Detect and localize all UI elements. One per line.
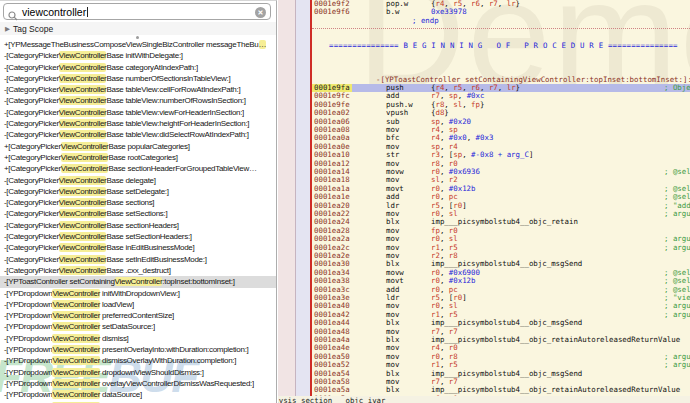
asm-instruction[interactable]: 0001ea08movr4, sp: [312, 126, 690, 134]
symbol-list-item[interactable]: +[CategoryPickerViewControllerBase rootC…: [0, 152, 276, 163]
asm-instruction[interactable]: 0001ea5ablximp___picsymbolstub4__objc_re…: [312, 386, 690, 394]
asm-cmt: ; argu: [664, 244, 690, 252]
status-bar-text: ▸ analysis section __objc_ivar: [278, 396, 386, 403]
symbol-list-item[interactable]: +[CategoryPickerViewControllerBase popul…: [0, 141, 276, 152]
symbol-text: preferredContentSize]: [100, 311, 174, 320]
symbol-list-item[interactable]: -[CategoryPickerViewControllerBase initW…: [0, 50, 276, 61]
symbol-text: Base tableView:heightForHeaderInSection:…: [106, 119, 249, 128]
asm-instruction[interactable]: 0001ea12movr8, r0: [312, 160, 690, 168]
symbol-list-item[interactable]: -[CategoryPickerViewControllerBase secti…: [0, 197, 276, 208]
symbol-text: +[CategoryPicker: [4, 164, 61, 173]
asm-instruction[interactable]: 0001e9f2pop.w{r4, r5, r6, r7, lr}: [312, 0, 690, 8]
symbol-text: -[CategoryPicker: [4, 96, 59, 105]
symbol-list-item[interactable]: -[CategoryPickerViewControllerBase table…: [0, 107, 276, 118]
symbol-text: -[YPDropdown: [4, 379, 52, 388]
symbol-list-item[interactable]: -[CategoryPickerViewControllerBase setSe…: [0, 231, 276, 242]
asm-instruction[interactable]: 0001ea2cmovr1, r5; argu: [312, 244, 690, 252]
symbol-list-item[interactable]: -[CategoryPickerViewControllerBase table…: [0, 118, 276, 129]
symbol-list-item[interactable]: -[YPDropdownViewController preferredCont…: [0, 310, 276, 321]
section-separator: [312, 28, 690, 29]
asm-instruction[interactable]: 0001e9f6b.w0xe33978: [312, 8, 690, 16]
symbol-list-item[interactable]: +[YPMessageTheBusinessComposeViewSingleB…: [0, 39, 276, 50]
asm-instruction[interactable]: 0001ea3caddr0, pc; @sel: [312, 286, 690, 294]
search-match-highlight: ViewController: [52, 379, 100, 388]
asm-cmt: ; argu: [664, 311, 690, 319]
search-match-highlight: ViewController: [59, 232, 107, 241]
symbol-list-item[interactable]: -[CategoryPickerViewControllerBase table…: [0, 129, 276, 140]
asm-instruction[interactable]: 0001ea0abfcr4, #0x0, #0x3: [312, 134, 690, 142]
symbol-list-item-selected[interactable]: -[YPToastController setContainingViewCon…: [0, 276, 276, 287]
symbol-list-item[interactable]: -[YPDropdownViewController setDataSource…: [0, 321, 276, 332]
search-input-value[interactable]: viewcontroller: [22, 6, 88, 18]
symbol-list-item[interactable]: -[CategoryPickerViewControllerBase deleg…: [0, 175, 276, 186]
register-operand: fp: [471, 100, 480, 109]
operand-punctuation: ,: [462, 150, 471, 159]
asm-instruction[interactable]: 0001ea10strr3, [sp, #-0x8 + arg_C]: [312, 151, 690, 159]
asm-instruction[interactable]: 0001ea24blximp___picsymbolstub4__objc_re…: [312, 218, 690, 226]
asm-instruction[interactable]: 0001ea06subsp, #0x20: [312, 118, 690, 126]
symbol-text: -[CategoryPicker: [4, 63, 59, 72]
asm-instruction[interactable]: 0001ea2amovr0, sl; argu: [312, 235, 690, 243]
asm-instruction[interactable]: 0001e9fcaddr7, sp, #0xc: [312, 92, 690, 100]
text-caret: [87, 7, 88, 17]
search-match-highlight: ViewController: [52, 368, 100, 377]
asm-instruction[interactable]: 0001ea1amovtr0, #0x12b; @sel: [312, 185, 690, 193]
asm-instruction[interactable]: 0001ea4emovr4, r0: [312, 344, 690, 352]
symbol-text: dropdownViewShouldDismiss:]: [100, 368, 204, 377]
asm-instruction[interactable]: 0001ea40movr0, sl; argu: [312, 302, 690, 310]
asm-instruction[interactable]: 0001ea44blximp___picsymbolstub4__objc_ms…: [312, 319, 690, 327]
symbol-list-item[interactable]: -[YPDropdownViewController dismiss]: [0, 333, 276, 344]
symbol-text: -[YPDropdown: [4, 334, 52, 343]
asm-instruction[interactable]: 0001ea30blximp___picsymbolstub4__objc_ms…: [312, 260, 690, 268]
asm-instruction[interactable]: 0001ea34movwr0, #0x6900; @sel: [312, 269, 690, 277]
symbol-list-item[interactable]: -[CategoryPickerViewControllerBase setSe…: [0, 208, 276, 219]
asm-instruction[interactable]: 0001ea4ablximp___picsymbolstub4__objc_re…: [312, 336, 690, 344]
asm-instruction[interactable]: 0001ea20ldrr5, [r0]; "add: [312, 202, 690, 210]
symbol-list-item[interactable]: -[CategoryPickerViewControllerBase categ…: [0, 62, 276, 73]
symbol-list-item[interactable]: -[CategoryPickerViewControllerBase setDe…: [0, 186, 276, 197]
symbol-list-item[interactable]: -[YPDropdownViewController overlayViewCo…: [0, 378, 276, 389]
asm-instruction[interactable]: 0001e9fepush.w{r8, sl, fp}: [312, 101, 690, 109]
symbol-text: -[CategoryPicker: [4, 74, 59, 83]
asm-instruction[interactable]: 0001ea14movwr0, #0x6936; @sel: [312, 168, 690, 176]
asm-instruction[interactable]: 0001ea18movsl, r2: [312, 176, 690, 184]
symbol-text: -[CategoryPicker: [4, 85, 59, 94]
symbol-text: Base tableView:viewForHeaderInSection:]: [106, 108, 244, 117]
symbol-text: -[YPDropdown: [4, 300, 52, 309]
immediate-operand: #-0x8 + arg_C: [471, 150, 529, 159]
symbol-list-item[interactable]: -[CategoryPickerViewControllerBase table…: [0, 95, 276, 106]
symbol-list-item[interactable]: -[YPDropdownViewController dataSource]: [0, 389, 276, 400]
asm-instruction[interactable]: 0001ea50movr0, r8; argu: [312, 353, 690, 361]
tag-scope-section[interactable]: ▶Tag Scope: [0, 22, 276, 35]
asm-instruction[interactable]: 0001ea1eaddr0, pc; @sel: [312, 193, 690, 201]
symbol-list-item[interactable]: -[CategoryPickerViewControllerBase numbe…: [0, 73, 276, 84]
symbol-list-item[interactable]: -[CategoryPickerViewControllerBase secti…: [0, 220, 276, 231]
symbol-list-item[interactable]: -[YPDropdownViewController loadView]: [0, 299, 276, 310]
search-match-highlight: ViewController: [61, 164, 109, 173]
symbol-list-item[interactable]: -[CategoryPickerViewControllerBase inEdi…: [0, 242, 276, 253]
symbol-list-item[interactable]: -[CategoryPickerViewControllerBase setIn…: [0, 254, 276, 265]
symbol-list-item[interactable]: +[CategoryPickerViewControllerBase secti…: [0, 163, 276, 174]
asm-instruction[interactable]: 0001ea3eldrr5, [r0]; "vie: [312, 294, 690, 302]
symbol-list-item[interactable]: -[YPDropdownViewController presentOverla…: [0, 344, 276, 355]
symbol-list-item[interactable]: -[CategoryPickerViewControllerBase .cxx_…: [0, 265, 276, 276]
search-match-highlight: ViewController: [52, 390, 100, 399]
asm-instruction[interactable]: 0001ea38movtr0, #0x12b; @sel: [312, 277, 690, 285]
disclosure-triangle-icon[interactable]: ▶: [5, 25, 10, 32]
asm-instruction[interactable]: 0001ea02vpush{d8}: [312, 109, 690, 117]
symbol-list-item[interactable]: -[YPDropdownViewController dismissOverla…: [0, 355, 276, 366]
asm-instruction-selected[interactable]: 0001e9fapush{r4, r5, r6, r7, lr}; Obje: [312, 84, 690, 92]
search-field[interactable]: viewcontroller ✕: [3, 3, 271, 20]
asm-instruction[interactable]: 0001ea28movfp, r0: [312, 227, 690, 235]
symbol-list-item[interactable]: -[YPDropdownViewController initWithDropd…: [0, 288, 276, 299]
register-operand: lr: [507, 83, 516, 92]
symbol-text: -[CategoryPicker: [4, 209, 59, 218]
clear-search-button[interactable]: ✕: [255, 7, 266, 18]
symbol-sidebar: viewcontroller ✕ ▶Tag Scope FREEBUF +[YP…: [0, 0, 277, 403]
asm-instruction[interactable]: 0001ea54blximp___picsymbolstub4__objc_ms…: [312, 370, 690, 378]
search-match-highlight: ViewController: [59, 51, 107, 60]
symbol-list-item[interactable]: -[YPDropdownViewController dropdownViewS…: [0, 367, 276, 378]
symbol-text: overlayViewControllerDismissWasRequested…: [100, 379, 254, 388]
assembly-pane: Demo 0001e9f2pop.w{r4, r5, r6, r7, lr}00…: [312, 0, 690, 403]
symbol-list-item[interactable]: -[CategoryPickerViewControllerBase table…: [0, 84, 276, 95]
